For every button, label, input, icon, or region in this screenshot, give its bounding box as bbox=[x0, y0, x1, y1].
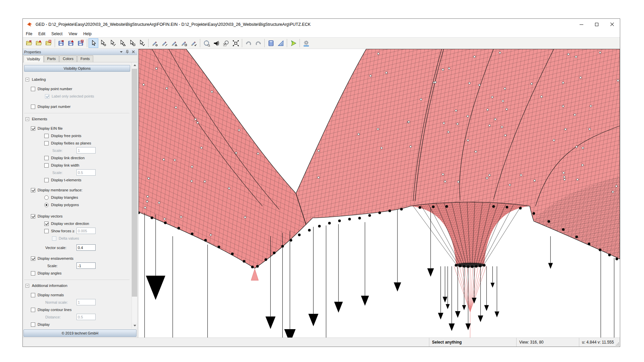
group-elements[interactable]: Elements bbox=[23, 115, 131, 123]
fem-view-button[interactable] bbox=[288, 38, 298, 48]
tab-colors[interactable]: Colors bbox=[59, 55, 77, 62]
fixities-scale-input[interactable] bbox=[76, 147, 96, 154]
enslavement-scale-input[interactable] bbox=[76, 262, 96, 269]
viewport-3d[interactable] bbox=[139, 49, 620, 338]
checkbox[interactable] bbox=[31, 308, 35, 312]
open-triangle-file-button[interactable] bbox=[34, 38, 44, 48]
radio-display-triangles[interactable]: Display triangles bbox=[23, 194, 131, 201]
zoom-window-button[interactable] bbox=[221, 38, 231, 48]
menu-file[interactable]: File bbox=[23, 30, 35, 37]
collapse-icon[interactable] bbox=[25, 78, 29, 81]
properties-caption-bar[interactable]: Properties bbox=[23, 49, 137, 55]
open-ein-file-button[interactable] bbox=[24, 38, 34, 48]
checkbox-display-vector-direction[interactable]: Display vector direction bbox=[23, 220, 131, 227]
panel-scrollbar[interactable] bbox=[131, 62, 137, 328]
checkbox[interactable] bbox=[31, 271, 35, 276]
show-forces-input[interactable] bbox=[76, 228, 96, 234]
checkbox[interactable] bbox=[31, 293, 35, 297]
radio-button[interactable] bbox=[44, 203, 49, 207]
checkbox-display-membrane-surface[interactable]: Display membrane surface: bbox=[23, 186, 131, 194]
checkbox[interactable] bbox=[31, 105, 35, 109]
select-points-button[interactable] bbox=[98, 38, 108, 48]
scroll-down-button[interactable] bbox=[132, 323, 137, 328]
checkbox[interactable] bbox=[44, 229, 49, 233]
settings-button[interactable] bbox=[301, 38, 311, 48]
checkbox[interactable] bbox=[44, 134, 49, 138]
redo-button[interactable] bbox=[253, 38, 263, 48]
undo-button[interactable] bbox=[244, 38, 253, 48]
menu-view[interactable]: View bbox=[65, 30, 80, 37]
checkbox-display-angles[interactable]: Display angles bbox=[23, 269, 131, 277]
checkbox-display-point-number[interactable]: Display point number bbox=[23, 85, 131, 93]
link-width-scale-input[interactable] bbox=[76, 169, 96, 176]
panel-dropdown-button[interactable] bbox=[119, 50, 124, 54]
checkbox-display-fixities[interactable]: Display fixities as planes bbox=[23, 139, 131, 147]
select-confirm-button[interactable] bbox=[137, 38, 147, 48]
calculator-button[interactable] bbox=[266, 38, 276, 48]
collapse-icon[interactable] bbox=[25, 117, 29, 121]
checkbox-display-part-number[interactable]: Display part number bbox=[23, 103, 131, 110]
checkbox[interactable] bbox=[44, 141, 49, 145]
checkbox-display-enslavements[interactable]: Display enslavements bbox=[23, 255, 131, 262]
checkbox-delta-values[interactable]: Delta values bbox=[23, 235, 131, 242]
checkbox-label-only-selected[interactable]: Label only selected points bbox=[23, 93, 131, 100]
checkbox-display-link-direction[interactable]: Display link direction bbox=[23, 154, 131, 162]
checkbox-display-contour-lines[interactable]: Display contour lines bbox=[23, 306, 131, 313]
draw-points-button[interactable] bbox=[150, 38, 160, 48]
checkbox[interactable] bbox=[31, 188, 35, 192]
checkbox-clipped-item[interactable]: Display bbox=[23, 321, 131, 328]
draw-confirm-button[interactable] bbox=[189, 38, 199, 48]
draw-lines-button[interactable] bbox=[160, 38, 169, 48]
collapse-icon[interactable] bbox=[25, 284, 29, 288]
radio-button[interactable] bbox=[44, 195, 49, 200]
menu-select[interactable]: Select bbox=[48, 30, 65, 37]
select-rectangles-button[interactable] bbox=[127, 38, 137, 48]
open-eck-file-button[interactable] bbox=[44, 38, 53, 48]
select-lines-button[interactable] bbox=[108, 38, 118, 48]
select-triangles-button[interactable] bbox=[118, 38, 127, 48]
draw-rectangles-button[interactable] bbox=[179, 38, 189, 48]
close-button[interactable] bbox=[604, 19, 620, 30]
checkbox[interactable] bbox=[31, 214, 35, 219]
checkbox[interactable] bbox=[31, 256, 35, 261]
scroll-up-button[interactable] bbox=[132, 62, 137, 68]
draw-triangles-button[interactable] bbox=[169, 38, 179, 48]
group-additional-information[interactable]: Additional information bbox=[23, 282, 131, 289]
panel-pin-button[interactable] bbox=[125, 50, 130, 54]
save-triangle-file-button[interactable] bbox=[66, 38, 76, 48]
contour-distance-input[interactable] bbox=[76, 314, 96, 320]
checkbox[interactable] bbox=[44, 222, 49, 226]
normal-scale-input[interactable] bbox=[76, 299, 96, 305]
checkbox-display-link-width[interactable]: Display link width bbox=[23, 162, 131, 169]
checkbox[interactable] bbox=[31, 322, 35, 327]
zoom-fit-button[interactable] bbox=[231, 38, 240, 48]
checkbox-display-vectors[interactable]: Display vectors bbox=[23, 213, 131, 220]
save-ein-file-button[interactable] bbox=[56, 38, 66, 48]
save-eck-file-button[interactable] bbox=[76, 38, 86, 48]
tab-visibility[interactable]: Visibility bbox=[23, 55, 44, 62]
set-square-button[interactable] bbox=[276, 38, 285, 48]
checkbox[interactable] bbox=[44, 156, 49, 160]
group-labeling[interactable]: Labeling bbox=[23, 76, 131, 83]
checkbox-display-free-points[interactable]: Display free points bbox=[23, 132, 131, 139]
scrollbar-thumb[interactable] bbox=[132, 69, 137, 297]
resize-grip[interactable] bbox=[615, 338, 620, 347]
tab-fonts[interactable]: Fonts bbox=[77, 55, 93, 62]
checkbox[interactable] bbox=[31, 87, 35, 91]
pan-rotate-view-button[interactable] bbox=[202, 38, 211, 48]
panel-close-button[interactable] bbox=[131, 50, 136, 54]
checkbox[interactable] bbox=[44, 178, 49, 182]
radio-display-polygons[interactable]: Display polygons bbox=[23, 201, 131, 208]
menu-help[interactable]: Help bbox=[80, 30, 95, 37]
checkbox[interactable] bbox=[44, 163, 49, 168]
vector-scale-input[interactable] bbox=[76, 244, 96, 251]
checkbox-display-ein-file[interactable]: Display EIN file bbox=[23, 125, 131, 132]
select-button[interactable] bbox=[89, 38, 98, 48]
zoom-to-point-button[interactable] bbox=[211, 38, 221, 48]
menu-edit[interactable]: Edit bbox=[35, 30, 48, 37]
minimize-button[interactable] bbox=[574, 19, 589, 30]
checkbox-display-normals[interactable]: Display normals bbox=[23, 291, 131, 299]
tab-parts[interactable]: Parts bbox=[44, 55, 59, 62]
checkbox[interactable] bbox=[31, 126, 35, 131]
checkbox-display-t-elements[interactable]: Display t-elements bbox=[23, 176, 131, 184]
